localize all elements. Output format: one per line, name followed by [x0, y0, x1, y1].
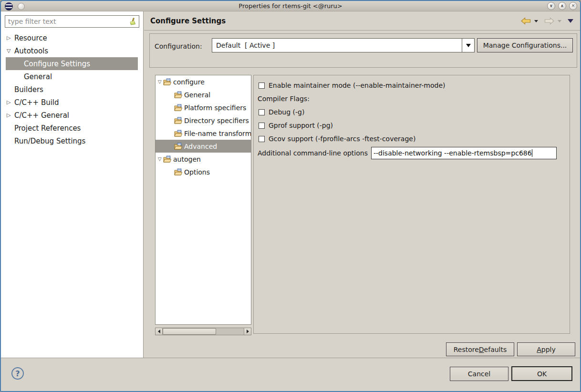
- triangle-right-icon: [247, 330, 249, 333]
- properties-sidebar: ▷ Resource ▽ Autotools Configure Setting…: [1, 11, 144, 358]
- back-history-dropdown-icon[interactable]: [534, 20, 538, 22]
- close-button[interactable]: ✕: [569, 2, 577, 10]
- sidebar-item-builders[interactable]: Builders: [6, 83, 138, 96]
- option-tree-panel: ▽ configure General Platform specifiers: [155, 75, 251, 335]
- advanced-settings-panel: Enable maintainer mode (--enable-maintai…: [253, 75, 570, 334]
- tree-item-advanced[interactable]: Advanced: [156, 140, 251, 153]
- additional-options-input[interactable]: --disable-networking --enable-rtemsbsp=p…: [371, 147, 557, 159]
- scroll-left-button[interactable]: [156, 328, 163, 335]
- eclipse-logo-icon: [5, 2, 13, 10]
- category-folder-icon: [163, 155, 172, 163]
- configuration-label: Configuration:: [155, 42, 202, 50]
- forward-history-dropdown-icon[interactable]: [558, 20, 561, 22]
- gprof-label: Gprof support (-pg): [269, 122, 333, 129]
- twisty-icon[interactable]: ▽: [156, 156, 163, 162]
- sidebar-item-resource[interactable]: ▷ Resource: [6, 31, 138, 44]
- tree-item-label: Directory specifiers: [184, 117, 249, 124]
- tree-item-configure[interactable]: ▽ configure: [156, 75, 251, 88]
- filter-box: [5, 15, 139, 28]
- sidebar-item-label: Configure Settings: [24, 60, 90, 68]
- window-menu-button[interactable]: [18, 3, 25, 10]
- maximize-button[interactable]: ∧: [558, 2, 566, 10]
- sidebar-item-label: Autotools: [14, 47, 48, 55]
- category-folder-icon: [174, 91, 183, 98]
- chevron-down-icon: [466, 44, 471, 47]
- sidebar-item-project-references[interactable]: Project References: [6, 122, 138, 134]
- category-folder-icon: [174, 104, 183, 111]
- title-bar: Properties for rtems-git <@ruru> ∨ ∧ ✕: [1, 1, 580, 11]
- properties-category-tree: ▷ Resource ▽ Autotools Configure Setting…: [1, 31, 143, 147]
- page-header: Configure Settings: [144, 11, 580, 31]
- configuration-dropdown-button[interactable]: [462, 39, 474, 52]
- configuration-select[interactable]: Default [ Active ]: [212, 38, 475, 52]
- compiler-flags-label: Compiler Flags:: [258, 95, 310, 103]
- debug-label: Debug (-g): [269, 108, 304, 116]
- category-folder-icon: [163, 78, 172, 85]
- sidebar-item-c-c-general[interactable]: ▷ C/C++ General: [6, 109, 138, 122]
- category-folder-icon: [174, 168, 183, 175]
- triangle-left-icon: [158, 330, 160, 333]
- tree-item-general[interactable]: General: [156, 88, 251, 101]
- twisty-icon[interactable]: ▷: [6, 99, 14, 105]
- scroll-right-button[interactable]: [244, 328, 251, 335]
- sidebar-item-label: Run/Debug Settings: [14, 137, 85, 145]
- minimize-button[interactable]: ∨: [547, 2, 555, 10]
- sidebar-item-label: C/C++ Build: [14, 98, 59, 107]
- filter-input[interactable]: [5, 18, 128, 25]
- sidebar-item-configure-settings[interactable]: Configure Settings: [6, 57, 138, 70]
- twisty-icon[interactable]: ▷: [6, 35, 14, 41]
- window-title: Properties for rtems-git <@ruru>: [1, 2, 580, 10]
- scrollbar-thumb[interactable]: [163, 328, 216, 335]
- configuration-value: Default [ Active ]: [212, 41, 462, 49]
- sidebar-item-autotools[interactable]: ▽ Autotools: [6, 44, 138, 57]
- additional-options-label: Additional command-line options: [258, 149, 368, 157]
- enable-maintainer-mode-checkbox[interactable]: [259, 83, 265, 89]
- category-folder-icon: [174, 130, 183, 137]
- option-tree: ▽ configure General Platform specifiers: [155, 75, 251, 325]
- category-folder-icon: [174, 143, 183, 150]
- tree-item-file-name-transforms[interactable]: File-name transforms: [156, 127, 251, 140]
- dialog-button-bar: ? Cancel OK: [1, 358, 580, 391]
- sidebar-item-c-c-build[interactable]: ▷ C/C++ Build: [6, 96, 138, 109]
- tree-item-autogen[interactable]: ▽ autogen: [156, 153, 251, 165]
- sidebar-item-label: Project References: [14, 124, 81, 133]
- cancel-button[interactable]: Cancel: [450, 367, 508, 381]
- back-arrow-icon[interactable]: [521, 17, 531, 25]
- tree-item-options[interactable]: Options: [156, 165, 251, 178]
- view-menu-icon[interactable]: [568, 19, 573, 23]
- ok-button[interactable]: OK: [511, 366, 572, 381]
- tree-item-directory-specifiers[interactable]: Directory specifiers: [156, 114, 251, 127]
- scrollbar-track[interactable]: [216, 328, 244, 335]
- sidebar-item-label: General: [24, 72, 52, 81]
- twisty-icon[interactable]: ▽: [156, 79, 163, 84]
- clear-filter-icon[interactable]: [128, 17, 137, 26]
- tree-item-platform-specifiers[interactable]: Platform specifiers: [156, 101, 251, 114]
- tree-item-label: autogen: [173, 155, 201, 163]
- properties-dialog: Properties for rtems-git <@ruru> ∨ ∧ ✕ ▷…: [0, 0, 581, 392]
- content-area: Configure Settings Configuration: Defaul…: [144, 11, 580, 358]
- debug-checkbox[interactable]: [259, 109, 265, 115]
- category-folder-icon: [174, 117, 183, 124]
- tree-item-label: configure: [173, 78, 205, 86]
- restore-defaults-button[interactable]: Restore Defaults: [446, 342, 514, 356]
- twisty-icon[interactable]: ▷: [6, 112, 14, 118]
- forward-arrow-icon[interactable]: [544, 17, 554, 25]
- gprof-checkbox[interactable]: [259, 123, 265, 129]
- gcov-checkbox[interactable]: [259, 136, 265, 142]
- help-button[interactable]: ?: [11, 367, 24, 380]
- tree-item-label: File-name transforms: [184, 130, 251, 137]
- page-title: Configure Settings: [150, 17, 226, 25]
- sidebar-item-general[interactable]: General: [6, 70, 138, 83]
- text-cursor: [532, 149, 532, 157]
- tree-item-label: Options: [184, 168, 210, 176]
- manage-configurations-button[interactable]: Manage Configurations...: [477, 38, 573, 52]
- twisty-icon[interactable]: ▽: [6, 48, 14, 54]
- sidebar-item-label: Builders: [14, 85, 43, 94]
- sidebar-item-run-debug-settings[interactable]: Run/Debug Settings: [6, 134, 138, 147]
- tree-item-label: General: [184, 91, 210, 99]
- gcov-label: Gcov support (-fprofile-arcs -ftest-cove…: [269, 135, 415, 143]
- apply-button[interactable]: Apply: [517, 342, 575, 356]
- sidebar-item-label: C/C++ General: [14, 111, 69, 120]
- horizontal-scrollbar[interactable]: [155, 328, 251, 335]
- tree-item-label: Advanced: [184, 143, 217, 150]
